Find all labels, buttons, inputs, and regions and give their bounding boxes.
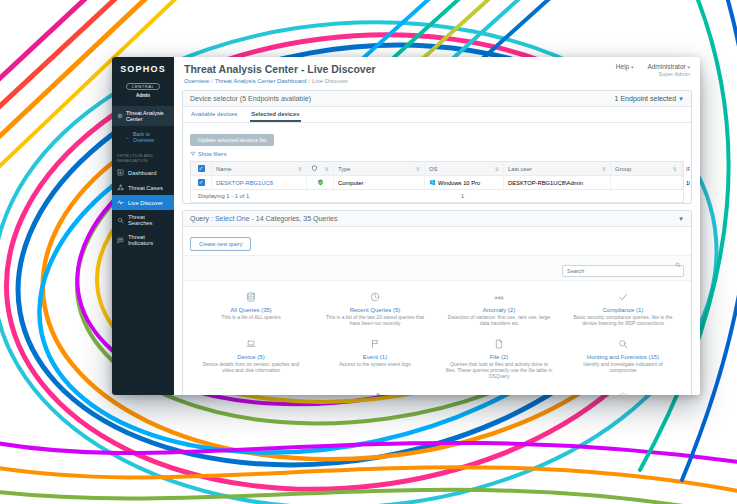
query-category-recent-queries-5[interactable]: Recent Queries (5)This is a list of the … xyxy=(313,286,437,328)
help-menu[interactable]: Help ▾ xyxy=(616,63,636,70)
back-to-overview-link[interactable]: ← Back to Overview xyxy=(112,126,174,148)
page-title: Threat Analysis Center - Live Discover xyxy=(184,63,376,75)
live-discover-icon xyxy=(117,199,124,206)
query-category-process-11[interactable]: Process (11)Information on both running … xyxy=(561,386,685,395)
device-health-cell xyxy=(307,176,334,189)
breadcrumb-item: Live Discover xyxy=(312,78,348,84)
column-header-last-user[interactable]: Last user⇅ xyxy=(504,162,611,175)
endpoint-summary-toggle[interactable]: 1 Endpoint selected ▼ xyxy=(615,95,684,102)
threat-indicators-icon xyxy=(117,237,124,244)
dashboard-icon xyxy=(117,169,124,176)
breadcrumb-separator: / xyxy=(211,78,213,84)
device-os-cell: Windows 10 Pro xyxy=(425,176,504,189)
query-category-network-9[interactable]: Network (9)Network information including… xyxy=(313,386,437,395)
breadcrumb-item[interactable]: Threat Analysis Center Dashboard xyxy=(215,78,307,84)
select-all-checkbox[interactable]: ✓ xyxy=(191,162,212,175)
device-type-cell: Computer xyxy=(334,176,425,189)
device-table: ✓Name⇅⇅Type⇅OS⇅Last user⇅Group⇅IP addres… xyxy=(190,161,684,203)
query-category-all-queries-35[interactable]: All Queries (35)This is a list of ALL qu… xyxy=(189,286,313,328)
page-header: Threat Analysis Center - Live Discover O… xyxy=(174,57,700,87)
column-header-health[interactable]: ⇅ xyxy=(307,162,334,175)
sidebar-item-threat-searches[interactable]: Threat Searches xyxy=(112,210,174,230)
target-icon xyxy=(117,113,123,119)
windows-icon xyxy=(429,179,436,186)
sidebar-product-label: Threat Analysis Center xyxy=(126,110,169,122)
tab-selected-devices[interactable]: Selected devices xyxy=(250,107,300,122)
chevron-down-icon: ▾ xyxy=(631,64,634,70)
show-filters-link[interactable]: Show filters xyxy=(183,150,691,161)
sort-icon[interactable]: ⇅ xyxy=(298,166,302,172)
sidebar-item-label: Threat Indicators xyxy=(128,234,169,246)
sophos-logo: SOPHOS CENTRAL Admin xyxy=(112,57,174,101)
query-category-other-6[interactable]: Other (6)Everything else xyxy=(437,386,561,395)
category-description: Access to the system event logs xyxy=(321,361,429,367)
column-header-type[interactable]: Type⇅ xyxy=(334,162,425,175)
clock-icon xyxy=(370,292,380,302)
category-label[interactable]: Compliance (1) xyxy=(569,307,677,313)
update-selected-devices-button[interactable]: Update selected devices list xyxy=(190,134,274,146)
checkbox-checked-icon[interactable]: ✓ xyxy=(198,165,205,172)
category-description: Queries that look at files and activity … xyxy=(445,361,553,379)
logo-admin-label: Admin xyxy=(112,93,174,98)
query-category-mitre-attack-6[interactable]: ATT&CKMitre Attack (6)Queries that map t… xyxy=(189,386,313,395)
sort-icon[interactable]: ⇅ xyxy=(416,166,420,172)
query-category-anomaly-2[interactable]: Anomaly (2)Detection of variance: first … xyxy=(437,286,561,328)
category-label[interactable]: Device (5) xyxy=(197,354,305,360)
column-header-label: OS xyxy=(429,166,437,172)
breadcrumb-item[interactable]: Overview xyxy=(184,78,209,84)
checkmark-icon xyxy=(618,292,628,302)
sidebar-item-threat-indicators[interactable]: Threat Indicators xyxy=(112,230,174,250)
query-category-compliance-1[interactable]: Compliance (1)Basic security compliance … xyxy=(561,286,685,328)
sidebar-nav: DashboardThreat CasesLive DiscoverThreat… xyxy=(112,165,174,250)
database-icon xyxy=(246,292,256,302)
category-label[interactable]: Recent Queries (5) xyxy=(321,307,429,313)
sort-icon[interactable]: ⇅ xyxy=(602,166,606,172)
query-category-file-2[interactable]: File (2)Queries that look at files and a… xyxy=(437,333,561,381)
sort-icon[interactable]: ⇅ xyxy=(673,166,677,172)
os-label: Windows 10 Pro xyxy=(438,180,480,186)
sort-icon[interactable]: ⇅ xyxy=(495,166,499,172)
checkbox-checked-icon[interactable]: ✓ xyxy=(198,179,205,186)
column-header-ip-address[interactable]: IP address⇅ xyxy=(682,162,690,175)
device-group-cell xyxy=(611,176,682,189)
filter-icon xyxy=(190,151,196,157)
sidebar-product-header[interactable]: Threat Analysis Center xyxy=(112,106,174,126)
column-header-label: Group xyxy=(615,166,631,172)
query-panel-collapse-toggle[interactable]: ▼ xyxy=(678,216,684,222)
query-category-device-5[interactable]: Device (5)Device details from os version… xyxy=(189,333,313,381)
category-label[interactable]: Event (1) xyxy=(321,354,429,360)
sidebar-item-threat-cases[interactable]: Threat Cases xyxy=(112,180,174,195)
query-select-link[interactable]: Select One xyxy=(215,215,250,222)
query-category-event-1[interactable]: Event (1)Access to the system event logs xyxy=(313,333,437,381)
account-menu[interactable]: Administrator ▾ xyxy=(647,63,690,70)
sidebar-item-dashboard[interactable]: Dashboard xyxy=(112,165,174,180)
column-header-os[interactable]: OS⇅ xyxy=(425,162,504,175)
category-description: This is a list of the last 20 saved quer… xyxy=(321,314,429,326)
breadcrumb: Overview/Threat Analysis Center Dashboar… xyxy=(184,78,376,84)
query-panel: Query : Select One - 14 Categories, 35 Q… xyxy=(182,210,692,395)
create-new-query-button[interactable]: Create new query xyxy=(190,237,251,251)
category-label[interactable]: File (2) xyxy=(445,354,553,360)
category-description: Basic security compliance queries, like … xyxy=(569,314,677,326)
three-dots-icon xyxy=(494,392,504,395)
device-name-cell[interactable]: DESKTOP-RBG1UC8 xyxy=(212,176,307,189)
query-search-input[interactable] xyxy=(562,265,684,277)
column-header-group[interactable]: Group⇅ xyxy=(611,162,682,175)
category-label[interactable]: All Queries (35) xyxy=(197,307,305,313)
back-arrow-icon: ← xyxy=(125,134,130,140)
column-header-name[interactable]: Name⇅ xyxy=(212,162,307,175)
category-label[interactable]: Anomaly (2) xyxy=(445,307,553,313)
query-label: Query : xyxy=(190,215,213,222)
pagination-page[interactable]: 1 xyxy=(461,193,464,199)
sidebar-item-label: Dashboard xyxy=(128,170,156,176)
sort-icon[interactable]: ⇅ xyxy=(325,166,329,172)
query-category-hunting-and-forensics-15[interactable]: Hunting and Forensics (15)Identify and i… xyxy=(561,333,685,381)
search-icon xyxy=(675,262,681,268)
category-label[interactable]: Hunting and Forensics (15) xyxy=(569,354,677,360)
tab-available-devices[interactable]: Available devices xyxy=(190,107,238,122)
magnifier-icon xyxy=(618,339,628,349)
device-name-link[interactable]: DESKTOP-RBG1UC8 xyxy=(216,180,273,186)
sidebar-item-live-discover[interactable]: Live Discover xyxy=(112,195,174,210)
row-checkbox[interactable]: ✓ xyxy=(191,176,212,189)
category-description: Device details from os version, patches … xyxy=(197,361,305,373)
